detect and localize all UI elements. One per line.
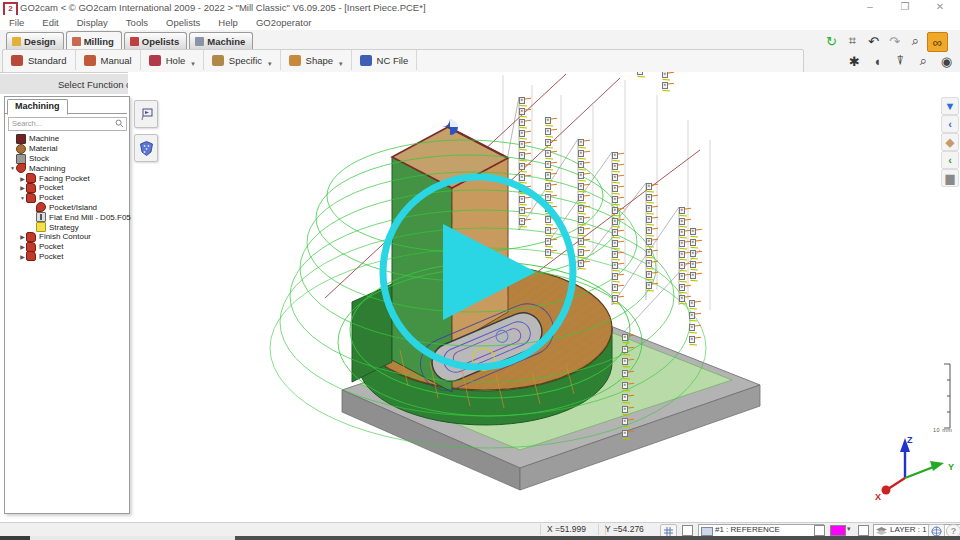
expand-arrow-icon[interactable]: ▶	[19, 233, 26, 240]
tab-machine[interactable]: Machine	[189, 32, 253, 49]
simulation-button[interactable]	[134, 100, 158, 128]
tree-item[interactable]: Strategy	[5, 222, 127, 232]
manual-icon	[84, 55, 96, 66]
op-icon	[26, 242, 36, 252]
specific-button[interactable]: Specific▾	[204, 50, 281, 70]
tree-item-label: Pocket	[39, 242, 63, 251]
eye-icon[interactable]: ◉	[937, 52, 956, 70]
tree-item[interactable]: ▶Pocket	[5, 242, 127, 252]
stock-icon[interactable]: ▆	[941, 169, 959, 187]
x-coordinate: X =51.999	[540, 524, 606, 535]
expand-arrow-icon[interactable]: ▼	[9, 165, 16, 171]
tree-item[interactable]: ▶Finish Contour	[5, 232, 127, 242]
tab-design[interactable]: Design	[6, 32, 64, 49]
redo-icon[interactable]: ↷	[885, 32, 904, 50]
eraser-icon[interactable]: ◖	[868, 52, 887, 70]
menu-go2operator[interactable]: GO2operator	[247, 15, 320, 30]
tab-opelists[interactable]: Opelists	[124, 32, 188, 49]
menu-edit[interactable]: Edit	[33, 15, 67, 30]
standard-icon	[11, 55, 23, 66]
opelists-icon	[130, 37, 139, 46]
minimize-button[interactable]: –	[855, 0, 885, 14]
tree-item[interactable]: Machine	[5, 134, 127, 144]
tool-icon	[36, 212, 46, 222]
machining-tab[interactable]: Machining	[7, 99, 68, 115]
simulation-flag-icon	[139, 107, 153, 121]
close-button[interactable]: ✕	[925, 0, 955, 14]
grid-icon	[664, 527, 673, 536]
layers-icon	[876, 527, 887, 535]
op-icon	[26, 232, 36, 242]
shield-button[interactable]	[134, 134, 158, 162]
color-swatch[interactable]	[830, 525, 846, 536]
chevron-down-icon: ▾	[268, 60, 272, 70]
glasses-icon[interactable]: ∞	[927, 32, 948, 52]
ribbon-label: Standard	[28, 55, 67, 66]
zoom-extents-icon[interactable]: ⌕	[914, 52, 933, 70]
nc-file-button[interactable]: NC File	[352, 50, 418, 70]
layer-checkbox[interactable]	[858, 525, 869, 536]
search-input[interactable]: Search...	[8, 117, 127, 131]
tree-item[interactable]: ▶Pocket	[5, 183, 127, 193]
tree-item[interactable]: Pocket/Island	[5, 203, 127, 213]
prev-green-icon[interactable]: ‹	[941, 151, 959, 169]
shield-icon	[140, 141, 153, 156]
zoom-icon[interactable]: ⌕	[906, 32, 925, 50]
expand-arrow-icon[interactable]: ▶	[19, 175, 26, 182]
menu-display[interactable]: Display	[68, 15, 117, 30]
machine-icon	[16, 134, 26, 144]
standard-button[interactable]: Standard	[3, 50, 76, 70]
shape-button[interactable]: Shape▾	[281, 50, 352, 70]
tree-item[interactable]: Material	[5, 144, 127, 154]
sync-icon[interactable]: ↻	[822, 32, 841, 50]
hole-button[interactable]: Hole▾	[141, 50, 204, 70]
machine-sim-icon[interactable]: ✱	[845, 52, 864, 70]
prev-blue-icon[interactable]: ‹	[941, 115, 959, 133]
tab-milling[interactable]: Milling	[66, 31, 122, 50]
progress-segment	[235, 536, 960, 540]
tree-item[interactable]: ▼Pocket	[5, 193, 127, 203]
reference-checkbox[interactable]	[682, 525, 693, 536]
ribbon-label: NC File	[377, 55, 409, 66]
tree-item[interactable]: ▼Machining	[5, 163, 127, 173]
toolbar-second-row: ✱◖⍒⌕◉	[845, 52, 956, 70]
machine-icon	[195, 37, 204, 46]
machining-panel: Machining Search... MachineMaterialStock…	[4, 96, 130, 514]
menu-help[interactable]: Help	[209, 15, 247, 30]
menu-opelists[interactable]: Opelists	[157, 15, 209, 30]
op-icon	[26, 173, 36, 183]
tree-item-label: Pocket/Island	[49, 203, 97, 212]
chevron-down-icon[interactable]: ▾	[847, 525, 851, 533]
tree-item-label: Pocket	[39, 193, 63, 202]
video-play-button[interactable]	[378, 172, 578, 372]
ribbon-buttons: StandardManualHole▾Specific▾Shape▾NC Fil…	[2, 49, 804, 73]
menu-file[interactable]: File	[0, 15, 33, 30]
search-placeholder: Search...	[12, 119, 42, 128]
tree-item[interactable]: ▶Pocket	[5, 252, 127, 262]
tree-item[interactable]: Stock	[5, 154, 127, 164]
expand-arrow-icon[interactable]: ▼	[19, 195, 26, 201]
tree-item[interactable]: ▶Facing Pocket	[5, 173, 127, 183]
manual-button[interactable]: Manual	[76, 50, 141, 70]
part-icon[interactable]: ◆	[941, 133, 959, 151]
design-icon	[12, 37, 21, 46]
tree-item[interactable]: Flat End Mill - D05.F05	[5, 212, 127, 222]
reference-icon	[701, 527, 713, 536]
tree-item-label: Stock	[29, 154, 49, 163]
maximize-button[interactable]: ❐	[890, 0, 920, 14]
delete-icon[interactable]: ⍒	[891, 52, 910, 70]
expand-arrow-icon[interactable]: ▶	[19, 243, 26, 250]
video-progress-bar[interactable]	[0, 536, 960, 540]
color-checkbox[interactable]	[814, 525, 825, 536]
expand-arrow-icon[interactable]: ▶	[19, 253, 26, 260]
undo-icon[interactable]: ↶	[864, 32, 883, 50]
op-icon	[26, 193, 36, 203]
filter-icon[interactable]: ▼	[941, 97, 959, 115]
caliper-icon[interactable]: ⌗	[843, 32, 862, 50]
expand-arrow-icon[interactable]: ▶	[19, 184, 26, 191]
hole-icon	[149, 55, 161, 66]
tree-item-label: Strategy	[49, 223, 79, 232]
axis-triad	[882, 438, 945, 495]
axis-z-label: Z	[907, 435, 913, 445]
menu-tools[interactable]: Tools	[117, 15, 157, 30]
